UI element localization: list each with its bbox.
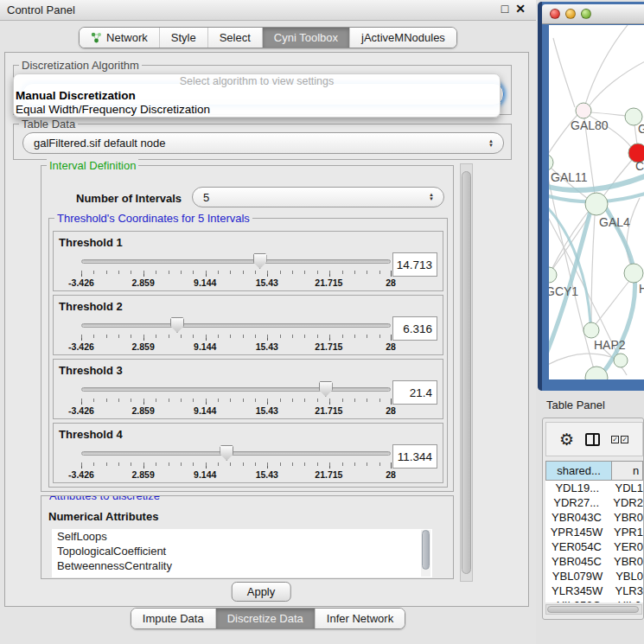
network-node[interactable] [614,354,628,367]
column-header-name[interactable]: n [612,461,643,481]
network-canvas[interactable]: GAL80GCGAL11GAL4GCY1HHAP2 [549,25,644,379]
algorithm-option-manual[interactable]: Manual Discretization [14,89,500,103]
attributes-list-scrollbar[interactable] [421,530,430,577]
network-node-label: HAP2 [594,338,626,352]
float-window-icon[interactable]: □ [501,2,508,16]
table-data-value: galFiltered.sif default node [34,137,165,150]
tick-label: 2.859 [131,277,154,288]
table-header-row: shared... n [545,461,643,481]
tab-infer-network[interactable]: Infer Network [315,609,405,628]
network-node-label: GCY1 [549,284,578,298]
network-node[interactable] [576,103,591,118]
slider-minor-ticks [81,335,392,338]
table-data-combobox[interactable]: galFiltered.sif default node ▲▼ [22,132,504,154]
tick-label: -3.426 [68,405,94,416]
cell-name: YPR1 [608,525,643,539]
settings-scrollbar[interactable] [460,163,473,582]
slider-track[interactable] [81,451,391,456]
control-panel-title: Control Panel [7,3,75,16]
network-node[interactable] [585,193,608,215]
num-intervals-combobox[interactable]: 5 ▲▼ [192,187,444,207]
network-node[interactable] [583,322,599,338]
numerical-attributes-list[interactable]: SelfLoopsTopologicalCoefficientBetweenne… [52,529,432,577]
threshold-label: Threshold 2 [59,300,123,313]
tick-label: 21.715 [315,469,342,480]
num-intervals-value: 5 [203,191,209,204]
cell-shared-name: YBR043C [545,510,608,525]
column-header-shared-name[interactable]: shared... [545,461,612,481]
close-window-icon[interactable]: ✕ [515,2,526,16]
network-edge [634,124,637,144]
table-row[interactable]: YBL079WYBL0 [545,569,643,583]
slider-minor-ticks [81,271,392,274]
table-row[interactable]: YLR345WYLR3 [545,583,643,598]
tick-label: 15.43 [256,341,278,352]
threshold-value-field[interactable]: 11.344 [392,444,437,469]
close-traffic-light-icon[interactable] [550,9,560,19]
attributes-group-title: Attributes to discretize [47,495,163,502]
tab-impute-data[interactable]: Impute Data [131,609,215,628]
attribute-list-item[interactable]: BetweennessCentrality [52,558,432,573]
table-body[interactable]: YDL19...YDL1YDR27...YDR2YBR043CYBR0YPR14… [545,481,643,603]
table-row[interactable]: YDL19...YDL1 [545,481,643,495]
zoom-traffic-light-icon[interactable] [581,9,591,19]
slider-thumb[interactable] [220,445,233,461]
tick-label: 28 [386,277,396,288]
slider-track[interactable] [81,323,391,328]
table-panel-toolbar: ⚙ ✓ ✓ [545,422,643,456]
table-row[interactable]: YBR045CYBR0 [545,554,643,569]
table-horizontal-scrollbar[interactable] [545,604,642,615]
tab-cyni-toolbox[interactable]: Cyni Toolbox [262,28,349,48]
cell-name: YBR0 [608,554,643,569]
minimize-traffic-light-icon[interactable] [565,9,576,19]
slider-track[interactable] [81,387,391,392]
tick-label: 28 [386,341,396,352]
algorithm-popup-placeholder: Select algorithm to view settings [14,74,500,89]
split-columns-icon[interactable] [585,433,600,446]
table-row[interactable]: YIL052CYIL0 [545,598,643,603]
network-node-label: H [639,282,644,296]
tick-label: 15.43 [256,469,278,480]
network-node[interactable] [549,267,557,283]
network-edge [553,38,575,107]
tab-jactivemnodules[interactable]: jActiveMNodules [349,28,456,48]
tick-label: -3.426 [68,341,94,352]
algorithm-option-equal-width[interactable]: Equal Width/Frequency Discretization [14,103,500,117]
cell-name: YDR2 [607,495,643,510]
top-tabbar: NetworkStyleSelectCyni ToolboxjActiveMNo… [79,27,457,48]
network-node[interactable] [624,264,643,283]
tick-label: 9.144 [194,405,216,416]
tab-label: jActiveMNodules [361,31,445,44]
checkbox-pair-icon[interactable]: ✓ ✓ [611,436,628,443]
tab-style[interactable]: Style [159,28,207,48]
table-row[interactable]: YPR145WYPR1 [545,525,643,539]
apply-button[interactable]: Apply [232,582,291,602]
threshold-panel-3: Threshold 3-3.4262.8599.14415.4321.71528… [53,359,443,419]
cell-name: YER0 [608,539,643,554]
tab-label: Style [171,31,196,44]
cell-shared-name: YIL052C [545,598,612,603]
table-row[interactable]: YBR043CYBR0 [545,510,643,525]
network-node-label: GAL11 [551,170,588,184]
tick-label: 21.715 [315,277,342,288]
slider-thumb[interactable] [170,317,184,333]
table-row[interactable]: YER054CYER0 [545,539,643,554]
network-window-titlebar[interactable] [542,4,644,24]
cell-name: YLR3 [609,583,643,598]
slider-thumb[interactable] [319,381,333,397]
tab-select[interactable]: Select [207,28,262,48]
threshold-value-field[interactable]: 6.316 [392,316,437,341]
attribute-list-item[interactable]: SelfLoops [52,529,432,544]
threshold-value-field[interactable]: 14.713 [392,252,437,277]
gear-icon[interactable]: ⚙ [559,431,574,448]
table-row[interactable]: YDR27...YDR2 [545,495,643,510]
tab-discretize-data[interactable]: Discretize Data [215,609,315,628]
tick-label: 28 [386,405,396,416]
slider-thumb[interactable] [253,253,267,269]
slider-track[interactable] [81,259,391,264]
network-node[interactable] [549,154,553,171]
cell-name: YBL0 [609,569,643,583]
tab-network[interactable]: Network [80,28,159,48]
threshold-value-field[interactable]: 21.4 [392,380,437,405]
attribute-list-item[interactable]: TopologicalCoefficient [52,544,432,558]
